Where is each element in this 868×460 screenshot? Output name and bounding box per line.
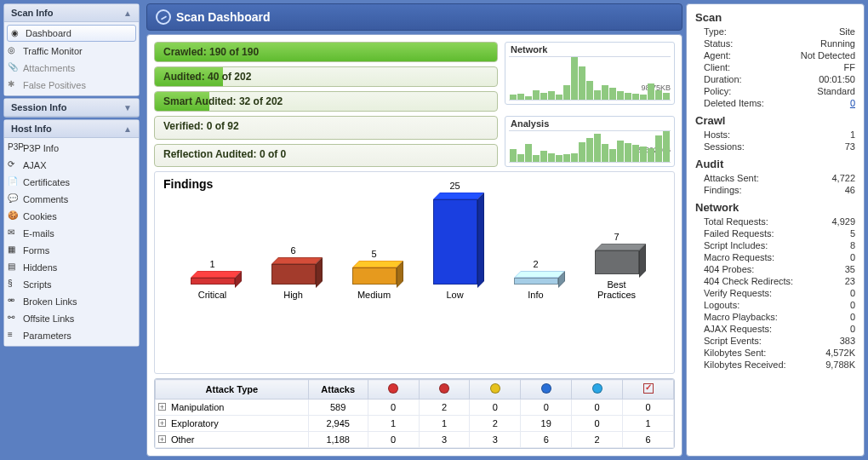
stat-row: Sessions:73 <box>695 141 855 152</box>
col-icon-0[interactable] <box>368 380 419 400</box>
sidebar-item-scripts[interactable]: §Scripts <box>4 276 139 293</box>
sidebar-item-forms[interactable]: ▦Forms <box>4 242 139 259</box>
stat-row: Kilobytes Received:9,788K <box>695 359 855 371</box>
stat-key: Total Requests: <box>704 216 768 227</box>
comment-icon: 💬 <box>8 193 20 205</box>
sidebar-item-attachments[interactable]: 📎Attachments <box>4 60 139 77</box>
row-name: Other <box>171 434 195 445</box>
stat-group-title: Scan <box>695 11 855 24</box>
sidebar-item-hiddens[interactable]: ▤Hiddens <box>4 259 139 276</box>
row-count: 0 <box>470 400 521 416</box>
col-icon-4[interactable] <box>572 380 623 400</box>
stat-row: Hosts:1 <box>695 129 855 141</box>
col-icon-5[interactable] <box>623 380 674 400</box>
table-row[interactable]: +Exploratory2,9451121901 <box>156 416 674 432</box>
stat-key: Type: <box>704 26 727 37</box>
expand-icon[interactable]: + <box>158 435 166 443</box>
bar-label: Low <box>446 290 463 300</box>
bar-value: 7 <box>614 232 619 242</box>
col-icon-1[interactable] <box>419 380 470 400</box>
stat-key: 404 Probes: <box>704 264 754 274</box>
progress-0: Crawled: 190 of 190 <box>154 42 498 62</box>
sidebar-item-dashboard[interactable]: ◉Dashboard <box>7 25 136 42</box>
stat-value: 4,722 <box>831 173 855 183</box>
sidebar: Scan Info ▲ ◉Dashboard◎Traffic Monitor📎A… <box>0 0 143 460</box>
stat-key: Sessions: <box>704 141 745 152</box>
title-bar: Scan Dashboard <box>146 3 682 31</box>
sidebar-item-offsite-links[interactable]: ⚯Offsite Links <box>4 310 139 327</box>
stat-key: Client: <box>704 62 730 72</box>
stat-key: Script Includes: <box>704 240 768 250</box>
col-icon-2[interactable] <box>470 380 521 400</box>
stat-row: Client:FF <box>695 61 855 73</box>
scan-info-header[interactable]: Scan Info ▲ <box>4 4 139 22</box>
stat-value: 5 <box>850 228 855 239</box>
expand-icon[interactable]: + <box>158 419 166 427</box>
stat-value: 00:01:50 <box>819 74 855 84</box>
row-count: 0 <box>521 400 572 416</box>
stat-group-network: NetworkTotal Requests:4,929Failed Reques… <box>695 201 855 371</box>
sidebar-item-label: Cookies <box>23 211 57 221</box>
scan-info-title: Scan Info <box>11 8 54 18</box>
sidebar-item-comments[interactable]: 💬Comments <box>4 191 139 208</box>
stat-key: Attacks Sent: <box>704 173 759 183</box>
sidebar-item-label: Parameters <box>23 331 71 341</box>
check-icon <box>643 383 654 394</box>
stat-key: Verify Requests: <box>704 288 772 298</box>
sidebar-item-p3p-info[interactable]: P3PP3P Info <box>4 140 139 157</box>
sidebar-item-broken-links[interactable]: ⚮Broken Links <box>4 293 139 310</box>
bar-medium: 5Medium <box>345 267 404 300</box>
expand-icon[interactable]: + <box>158 403 166 411</box>
param-icon: ≡ <box>8 330 20 342</box>
bar-value: 6 <box>290 245 295 256</box>
stat-value: 0 <box>850 312 855 322</box>
offsite-icon: ⚯ <box>8 313 20 325</box>
sidebar-item-cookies[interactable]: 🍪Cookies <box>4 208 139 225</box>
row-count: 0 <box>368 432 419 448</box>
stats-panel: ScanType:SiteStatus:RunningAgent:Not Det… <box>686 3 865 457</box>
chevron-down-icon: ▼ <box>123 103 132 112</box>
col-1[interactable]: Attacks <box>308 380 368 400</box>
cookie-icon: 🍪 <box>8 210 20 222</box>
col-0[interactable]: Attack Type <box>156 380 309 400</box>
bar-best-practices: 7Best Practices <box>587 250 647 300</box>
table-row[interactable]: +Manipulation589020000 <box>156 400 674 416</box>
row-count: 6 <box>521 432 572 448</box>
sidebar-item-label: Broken Links <box>23 296 77 307</box>
row-attacks: 1,188 <box>308 432 368 448</box>
table-row[interactable]: +Other1,188033626 <box>156 432 674 448</box>
stat-value: 383 <box>840 336 855 346</box>
sidebar-item-parameters[interactable]: ≡Parameters <box>4 327 139 344</box>
col-icon-3[interactable] <box>521 380 572 400</box>
stat-value: FF <box>844 62 855 72</box>
stat-row: Failed Requests:5 <box>695 227 855 239</box>
stat-key: AJAX Requests: <box>704 324 772 334</box>
sidebar-item-traffic-monitor[interactable]: ◎Traffic Monitor <box>4 43 139 60</box>
sidebar-item-e-mails[interactable]: ✉E-mails <box>4 225 139 242</box>
network-mini-chart: Network 98.75KB <box>505 42 675 105</box>
severity-dot-icon <box>388 383 398 394</box>
stat-value: Not Detected <box>801 50 855 60</box>
stat-row: AJAX Requests:0 <box>695 323 855 335</box>
stat-row: Status:Running <box>695 37 855 49</box>
severity-dot-icon <box>490 383 500 394</box>
host-info-header[interactable]: Host Info ▲ <box>4 120 139 138</box>
chevron-up-icon: ▲ <box>123 9 132 18</box>
stat-group-audit: AuditAttacks Sent:4,722Findings:46 <box>695 158 855 196</box>
stat-row: Findings:46 <box>695 184 855 196</box>
sidebar-item-certificates[interactable]: 📄Certificates <box>4 174 139 191</box>
sidebar-item-false-positives[interactable]: ✱False Positives <box>4 77 139 94</box>
bar-value: 1 <box>209 259 214 269</box>
stat-key: Agent: <box>704 50 731 60</box>
stat-row: 404 Check Redirects:23 <box>695 275 855 287</box>
stat-value[interactable]: 0 <box>850 98 855 108</box>
row-count: 3 <box>419 432 470 448</box>
row-count: 2 <box>572 432 623 448</box>
sidebar-item-ajax[interactable]: ⟳AJAX <box>4 157 139 174</box>
stat-key: Kilobytes Sent: <box>704 348 766 358</box>
ajax-icon: ⟳ <box>8 159 20 171</box>
attach-icon: 📎 <box>8 62 20 74</box>
session-info-header[interactable]: Session Info ▼ <box>4 99 139 117</box>
page-title: Scan Dashboard <box>176 10 270 24</box>
bar-value: 5 <box>371 249 376 259</box>
